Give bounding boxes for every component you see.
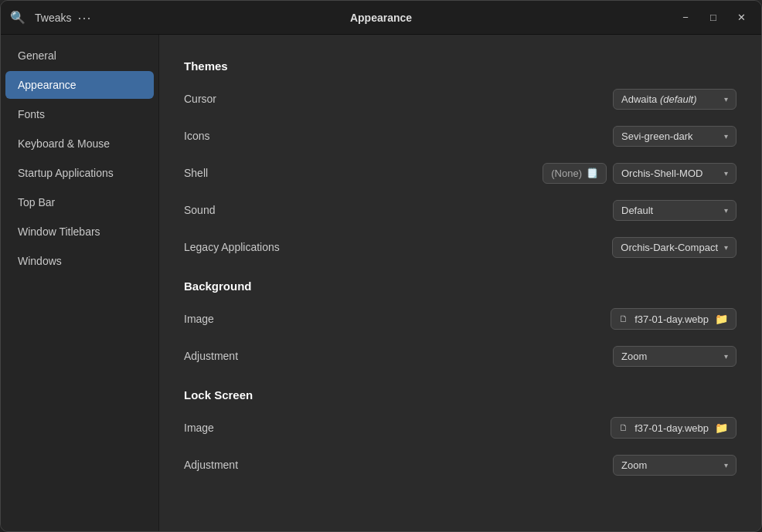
- icons-dropdown-value: Sevi-green-dark: [621, 130, 693, 142]
- bg-image-filename: f37-01-day.webp: [634, 313, 709, 325]
- shell-row: Shell (None) 🗒️ Orchis-Shell-MOD ▾: [184, 159, 736, 187]
- sidebar-item-startup-applications[interactable]: Startup Applications: [5, 159, 154, 187]
- shell-warning-icon: 🗒️: [587, 168, 598, 178]
- close-button[interactable]: ✕: [730, 7, 752, 29]
- icons-dropdown-arrow: ▾: [724, 132, 728, 141]
- ls-adjustment-dropdown-arrow: ▾: [724, 461, 728, 469]
- shell-value-area: (None) 🗒️ Orchis-Shell-MOD ▾: [543, 163, 736, 184]
- icons-dropdown[interactable]: Sevi-green-dark ▾: [613, 126, 736, 147]
- shell-dropdown[interactable]: Orchis-Shell-MOD ▾: [613, 163, 736, 184]
- icons-value-area: Sevi-green-dark ▾: [613, 126, 736, 147]
- bg-image-file-icon: 🗋: [619, 313, 628, 324]
- sidebar-item-top-bar[interactable]: Top Bar: [5, 188, 154, 216]
- bg-adjustment-dropdown-value: Zoom: [621, 351, 647, 362]
- cursor-value-area: Adwaita (default) ▾: [613, 89, 736, 110]
- bg-image-picker[interactable]: 🗋 f37-01-day.webp 📁: [611, 308, 736, 330]
- ls-adjustment-row: Adjustment Zoom ▾: [184, 451, 736, 479]
- legacy-apps-row: Legacy Applications Orchis-Dark-Compact …: [184, 233, 736, 261]
- ls-image-label: Image: [184, 422, 354, 434]
- icons-label: Icons: [184, 130, 354, 142]
- background-section-title: Background: [184, 280, 736, 293]
- sound-dropdown-value: Default: [621, 205, 653, 216]
- icons-row: Icons Sevi-green-dark ▾: [184, 122, 736, 150]
- bg-adjustment-value-area: Zoom ▾: [613, 346, 736, 367]
- menu-icon[interactable]: ⋯: [77, 9, 91, 26]
- ls-image-picker[interactable]: 🗋 f37-01-day.webp 📁: [611, 417, 736, 439]
- sound-label: Sound: [184, 204, 354, 216]
- sidebar-item-window-titlebars[interactable]: Window Titlebars: [5, 218, 154, 246]
- ls-image-filename: f37-01-day.webp: [634, 422, 709, 434]
- ls-image-value-area: 🗋 f37-01-day.webp 📁: [611, 417, 736, 439]
- sidebar-item-general[interactable]: General: [5, 42, 154, 69]
- shell-none-badge: (None) 🗒️: [543, 163, 607, 184]
- shell-label: Shell: [184, 167, 354, 179]
- app-name-label: Tweaks: [35, 12, 71, 24]
- legacy-apps-dropdown-value: Orchis-Dark-Compact: [621, 242, 718, 253]
- cursor-dropdown-arrow: ▾: [724, 95, 728, 103]
- cursor-row: Cursor Adwaita (default) ▾: [184, 85, 736, 113]
- minimize-button[interactable]: −: [675, 7, 696, 29]
- bg-adjustment-dropdown-arrow: ▾: [724, 352, 728, 361]
- cursor-dropdown-value: Adwaita (default): [621, 93, 697, 105]
- sidebar-item-windows[interactable]: Windows: [5, 247, 154, 275]
- ls-adjustment-dropdown[interactable]: Zoom ▾: [613, 455, 736, 476]
- ls-image-row: Image 🗋 f37-01-day.webp 📁: [184, 414, 736, 442]
- cursor-label: Cursor: [184, 93, 354, 105]
- bg-image-row: Image 🗋 f37-01-day.webp 📁: [184, 305, 736, 333]
- content-area: General Appearance Fonts Keyboard & Mous…: [1, 35, 761, 531]
- maximize-button[interactable]: □: [702, 7, 724, 29]
- search-icon[interactable]: 🔍: [10, 10, 26, 25]
- window-controls: − □ ✕: [675, 7, 752, 29]
- window-title: Appearance: [350, 12, 412, 24]
- legacy-apps-label: Legacy Applications: [184, 241, 354, 253]
- shell-none-text: (None): [551, 168, 582, 179]
- sidebar-item-appearance[interactable]: Appearance: [5, 71, 154, 99]
- legacy-apps-dropdown-arrow: ▾: [724, 243, 728, 252]
- legacy-apps-dropdown[interactable]: Orchis-Dark-Compact ▾: [612, 237, 736, 258]
- sidebar: General Appearance Fonts Keyboard & Mous…: [1, 35, 159, 531]
- ls-adjustment-value-area: Zoom ▾: [613, 455, 736, 476]
- cursor-dropdown[interactable]: Adwaita (default) ▾: [613, 89, 736, 110]
- shell-dropdown-arrow: ▾: [724, 169, 728, 178]
- bg-adjustment-row: Adjustment Zoom ▾: [184, 342, 736, 370]
- sidebar-item-fonts[interactable]: Fonts: [5, 100, 154, 128]
- legacy-apps-value-area: Orchis-Dark-Compact ▾: [612, 237, 736, 258]
- bg-adjustment-dropdown[interactable]: Zoom ▾: [613, 346, 736, 367]
- ls-image-folder-icon[interactable]: 📁: [715, 422, 728, 434]
- lock-screen-section-title: Lock Screen: [184, 388, 736, 402]
- ls-image-file-icon: 🗋: [619, 422, 628, 433]
- bg-adjustment-label: Adjustment: [184, 350, 354, 362]
- shell-dropdown-value: Orchis-Shell-MOD: [621, 168, 702, 179]
- sound-dropdown-arrow: ▾: [724, 206, 728, 215]
- bg-image-folder-icon[interactable]: 📁: [715, 313, 728, 325]
- titlebar: 🔍 Tweaks ⋯ Appearance − □ ✕: [1, 1, 761, 35]
- bg-image-label: Image: [184, 313, 354, 325]
- bg-image-value-area: 🗋 f37-01-day.webp 📁: [611, 308, 736, 330]
- main-content: Themes Cursor Adwaita (default) ▾ Icons …: [159, 35, 761, 531]
- themes-section-title: Themes: [184, 59, 736, 73]
- ls-adjustment-dropdown-value: Zoom: [621, 459, 647, 471]
- sound-dropdown[interactable]: Default ▾: [613, 200, 736, 221]
- sound-value-area: Default ▾: [613, 200, 736, 221]
- sidebar-item-keyboard-mouse[interactable]: Keyboard & Mouse: [5, 130, 154, 158]
- sound-row: Sound Default ▾: [184, 196, 736, 224]
- app-window: 🔍 Tweaks ⋯ Appearance − □ ✕ General Appe…: [0, 0, 762, 532]
- ls-adjustment-label: Adjustment: [184, 459, 354, 471]
